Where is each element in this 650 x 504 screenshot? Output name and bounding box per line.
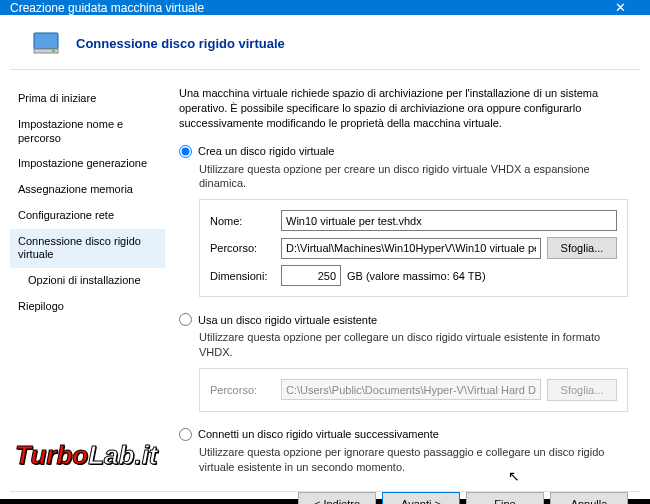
cancel-button[interactable]: Annulla: [550, 492, 628, 504]
size-label: Dimensioni:: [210, 270, 275, 282]
wizard-header: Connessione disco rigido virtuale: [10, 15, 640, 70]
existing-path-label: Percorso:: [210, 384, 275, 396]
existing-path-field: [281, 379, 541, 400]
sidebar-item-name-location[interactable]: Impostazione nome e percorso: [10, 112, 165, 152]
sidebar-item-summary[interactable]: Riepilogo: [10, 294, 165, 320]
size-unit: GB (valore massimo: 64 TB): [347, 270, 486, 282]
finish-button[interactable]: Fine: [466, 492, 544, 504]
create-new-form: Nome: Percorso: Sfoglia... Dimensioni: G…: [199, 199, 628, 297]
sidebar-item-generation[interactable]: Impostazione generazione: [10, 151, 165, 177]
sidebar-item-network[interactable]: Configurazione rete: [10, 203, 165, 229]
wizard-sidebar: Prima di iniziare Impostazione nome e pe…: [10, 80, 165, 491]
size-field[interactable]: [281, 265, 341, 286]
option-attach-later-desc: Utilizzare questa opzione per ignorare q…: [199, 445, 628, 475]
name-field[interactable]: [281, 210, 617, 231]
next-button[interactable]: Avanti >: [382, 492, 460, 504]
wizard-content: Prima di iniziare Impostazione nome e pe…: [0, 70, 650, 491]
option-use-existing: Usa un disco rigido virtuale esistente U…: [179, 313, 628, 412]
vhd-icon: [32, 29, 60, 57]
sidebar-item-install-options[interactable]: Opzioni di installazione: [10, 268, 165, 294]
use-existing-form: Percorso: Sfoglia...: [199, 368, 628, 412]
existing-browse-button: Sfoglia...: [547, 379, 617, 401]
back-button[interactable]: < Indietro: [298, 492, 376, 504]
name-label: Nome:: [210, 215, 275, 227]
option-use-existing-desc: Utilizzare questa opzione per collegare …: [199, 330, 628, 360]
svg-rect-2: [52, 50, 55, 52]
radio-create-new[interactable]: [179, 145, 192, 158]
window-title: Creazione guidata macchina virtuale: [10, 1, 204, 15]
radio-attach-later[interactable]: [179, 428, 192, 441]
svg-rect-0: [34, 33, 58, 49]
wizard-main: Una macchina virtuale richiede spazio di…: [165, 80, 640, 491]
browse-button[interactable]: Sfoglia...: [547, 237, 617, 259]
radio-create-new-label: Crea un disco rigido virtuale: [198, 145, 334, 157]
sidebar-item-vhd[interactable]: Connessione disco rigido virtuale: [10, 229, 165, 269]
titlebar[interactable]: Creazione guidata macchina virtuale ✕: [0, 0, 650, 15]
sidebar-item-before[interactable]: Prima di iniziare: [10, 86, 165, 112]
radio-use-existing-label: Usa un disco rigido virtuale esistente: [198, 314, 377, 326]
option-create-new-desc: Utilizzare questa opzione per creare un …: [199, 162, 628, 192]
close-icon[interactable]: ✕: [600, 0, 640, 15]
intro-text: Una macchina virtuale richiede spazio di…: [179, 86, 628, 131]
page-title: Connessione disco rigido virtuale: [76, 36, 285, 51]
radio-use-existing[interactable]: [179, 313, 192, 326]
sidebar-item-memory[interactable]: Assegnazione memoria: [10, 177, 165, 203]
path-label: Percorso:: [210, 242, 275, 254]
path-field[interactable]: [281, 238, 541, 259]
radio-attach-later-label: Connetti un disco rigido virtuale succes…: [198, 428, 439, 440]
option-attach-later: Connetti un disco rigido virtuale succes…: [179, 428, 628, 475]
wizard-footer: < Indietro Avanti > Fine Annulla: [10, 491, 640, 504]
option-create-new: Crea un disco rigido virtuale Utilizzare…: [179, 145, 628, 298]
wizard-window: Creazione guidata macchina virtuale ✕ Co…: [0, 0, 650, 499]
